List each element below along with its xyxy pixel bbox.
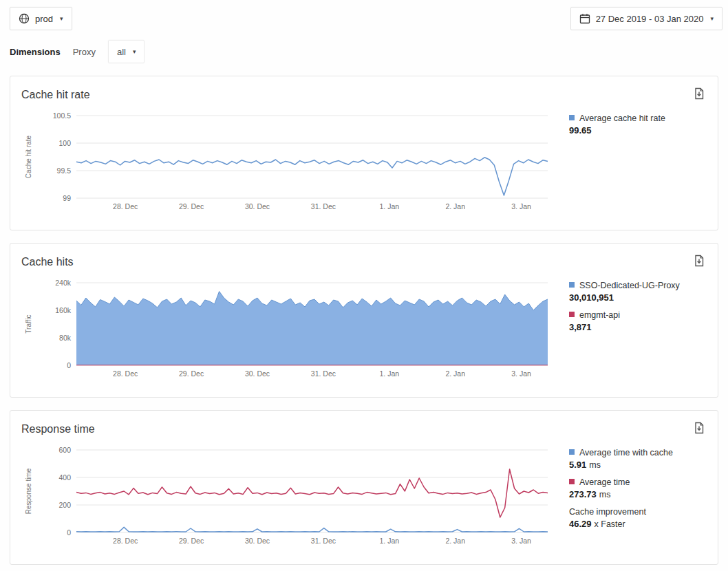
svg-text:99: 99	[63, 194, 71, 202]
export-report-icon	[693, 255, 705, 267]
svg-text:29. Dec: 29. Dec	[179, 369, 204, 378]
legend-value: 3,871	[569, 322, 592, 332]
svg-text:0: 0	[67, 528, 71, 537]
svg-text:1. Jan: 1. Jan	[379, 369, 399, 378]
legend-label: SSO-Dedicated-UG-Proxy	[579, 281, 680, 290]
legend-item-cache-improvement: Cache improvement 46.29x Faster	[569, 506, 707, 530]
legend-marker	[569, 115, 575, 120]
legend-label: emgmt-api	[579, 310, 620, 320]
export-report-button[interactable]	[692, 420, 707, 438]
card-title: Cache hits	[21, 254, 74, 270]
svg-text:160k: 160k	[55, 306, 72, 314]
svg-text:28. Dec: 28. Dec	[113, 369, 138, 378]
export-report-icon	[693, 87, 705, 100]
export-report-button[interactable]	[692, 86, 707, 103]
environment-label: prod	[35, 14, 53, 24]
svg-text:240k: 240k	[55, 279, 72, 287]
legend-item[interactable]: Average cache hit rate 99.65	[569, 113, 707, 137]
proxy-label: Proxy	[73, 47, 96, 57]
legend-item[interactable]: SSO-Dedicated-UG-Proxy 30,010,951	[569, 280, 707, 304]
legend-label: Cache improvement	[569, 507, 646, 517]
environment-selector[interactable]: prod ▾	[10, 7, 72, 30]
chevron-down-icon: ▾	[60, 15, 63, 22]
svg-text:400: 400	[58, 473, 71, 482]
svg-text:3. Jan: 3. Jan	[511, 369, 531, 378]
svg-text:600: 600	[58, 446, 71, 454]
svg-text:Cache hit rate: Cache hit rate	[25, 135, 32, 178]
svg-text:200: 200	[58, 501, 71, 509]
legend-value: 46.29	[569, 519, 592, 529]
legend-value-suffix: x Faster	[595, 519, 625, 529]
svg-text:Traffic: Traffic	[25, 314, 32, 333]
legend-label: Average time with cache	[579, 448, 673, 457]
legend-label: Average time	[579, 477, 630, 487]
chart-legend: Average time with cache 5.91ms Average t…	[558, 444, 707, 554]
svg-text:3. Jan: 3. Jan	[511, 202, 531, 211]
filters-bar: Dimensions Proxy all ▾	[0, 30, 728, 63]
cache-hit-rate-chart[interactable]: 9999.5100100.528. Dec29. Dec30. Dec31. D…	[21, 110, 558, 220]
svg-text:100.5: 100.5	[53, 111, 71, 120]
cache-hit-rate-card: Cache hit rate 9999.5100100.528. Dec29. …	[10, 76, 718, 230]
legend-value: 273.73	[569, 489, 597, 499]
svg-text:99.5: 99.5	[57, 166, 72, 175]
date-range-picker[interactable]: 27 Dec 2019 - 03 Jan 2020 ▾	[570, 7, 722, 30]
chevron-down-icon: ▾	[133, 48, 136, 55]
card-title: Cache hit rate	[21, 87, 90, 103]
globe-icon	[19, 13, 30, 24]
topbar: prod ▾ 27 Dec 2019 - 03 Jan 2020 ▾	[0, 0, 728, 30]
svg-text:2. Jan: 2. Jan	[445, 369, 465, 378]
legend-value: 30,010,951	[569, 292, 614, 303]
legend-marker	[569, 449, 575, 455]
legend-value-suffix: ms	[599, 490, 611, 499]
chart-legend: Average cache hit rate 99.65	[558, 110, 707, 220]
proxy-filter-value: all	[117, 47, 126, 57]
svg-text:30. Dec: 30. Dec	[245, 369, 270, 378]
legend-value: 5.91	[569, 460, 586, 470]
svg-text:31. Dec: 31. Dec	[311, 202, 336, 211]
svg-text:31. Dec: 31. Dec	[311, 369, 336, 378]
chart-legend: SSO-Dedicated-UG-Proxy 30,010,951 emgmt-…	[558, 277, 707, 387]
cache-hits-card: Cache hits 080k160k240k28. Dec29. Dec30.…	[10, 243, 718, 398]
export-report-button[interactable]	[692, 253, 707, 270]
legend-value: 99.65	[569, 125, 592, 136]
svg-text:2. Jan: 2. Jan	[445, 202, 465, 211]
cache-hits-chart[interactable]: 080k160k240k28. Dec29. Dec30. Dec31. Dec…	[21, 277, 558, 387]
chevron-down-icon: ▾	[710, 15, 714, 22]
legend-item[interactable]: Average time with cache 5.91ms	[569, 447, 707, 471]
legend-item[interactable]: emgmt-api 3,871	[569, 310, 707, 334]
svg-text:1. Jan: 1. Jan	[379, 202, 399, 211]
date-range-label: 27 Dec 2019 - 03 Jan 2020	[596, 14, 704, 24]
legend-value-suffix: ms	[589, 460, 601, 470]
export-report-icon	[693, 422, 705, 434]
legend-marker	[569, 282, 575, 288]
calendar-icon	[579, 13, 590, 24]
svg-text:28. Dec: 28. Dec	[113, 537, 138, 545]
svg-text:28. Dec: 28. Dec	[113, 202, 138, 211]
svg-text:30. Dec: 30. Dec	[245, 202, 270, 211]
svg-text:1. Jan: 1. Jan	[379, 537, 399, 545]
response-time-card: Response time 020040060028. Dec29. Dec30…	[10, 410, 718, 565]
svg-text:0: 0	[67, 361, 71, 369]
proxy-filter-select[interactable]: all ▾	[108, 40, 145, 63]
svg-text:Response time: Response time	[25, 468, 32, 514]
legend-marker	[569, 479, 575, 484]
response-time-chart[interactable]: 020040060028. Dec29. Dec30. Dec31. Dec1.…	[21, 444, 558, 554]
svg-text:31. Dec: 31. Dec	[311, 537, 336, 545]
svg-text:30. Dec: 30. Dec	[245, 537, 270, 545]
svg-text:3. Jan: 3. Jan	[511, 537, 531, 545]
dashboard-cards: Cache hit rate 9999.5100100.528. Dec29. …	[0, 76, 728, 565]
svg-text:80k: 80k	[59, 334, 72, 342]
svg-text:100: 100	[58, 139, 71, 147]
svg-text:2. Jan: 2. Jan	[445, 537, 465, 545]
svg-text:29. Dec: 29. Dec	[179, 202, 204, 211]
dimensions-label: Dimensions	[10, 47, 61, 57]
legend-item[interactable]: Average time 273.73ms	[569, 477, 707, 501]
card-title: Response time	[21, 421, 95, 438]
legend-label: Average cache hit rate	[579, 114, 665, 123]
svg-text:29. Dec: 29. Dec	[179, 537, 204, 545]
legend-marker	[569, 312, 575, 317]
